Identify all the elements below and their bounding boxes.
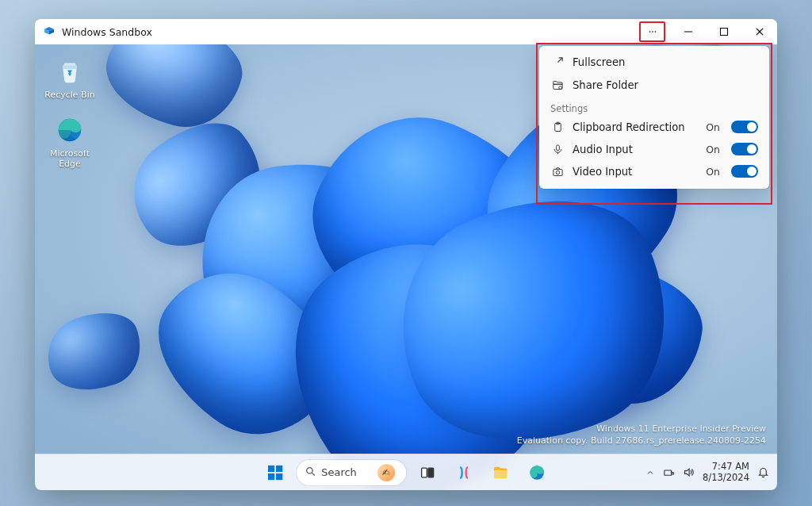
- toggle-switch[interactable]: [731, 121, 758, 133]
- watermark-line1: Windows 11 Enterprise Insider Preview: [517, 424, 766, 435]
- svg-rect-10: [64, 63, 76, 66]
- search-placeholder: Search: [321, 466, 357, 478]
- tray-date: 8/13/2024: [703, 473, 749, 483]
- setting-video-input[interactable]: Video Input On: [539, 160, 769, 182]
- menu-item-share-folder[interactable]: Share Folder: [539, 74, 769, 97]
- svg-point-9: [556, 171, 559, 174]
- menu-item-label: Share Folder: [573, 79, 638, 91]
- svg-rect-12: [268, 465, 274, 471]
- desktop-icon-recycle-bin[interactable]: Recycle Bin: [43, 56, 97, 100]
- window-title: Windows Sandbox: [62, 26, 152, 38]
- file-explorer-button[interactable]: [485, 458, 515, 488]
- svg-rect-7: [556, 144, 559, 150]
- microphone-icon: [550, 144, 565, 155]
- taskbar: Search ✍: [35, 454, 777, 490]
- desktop-icon-label: Recycle Bin: [44, 90, 94, 100]
- setting-label: Video Input: [573, 166, 698, 178]
- svg-point-4: [558, 86, 561, 90]
- svg-rect-20: [665, 470, 672, 475]
- edge-taskbar-button[interactable]: [522, 458, 552, 488]
- tray-chevron-icon[interactable]: [645, 468, 655, 477]
- tray-clock[interactable]: 7:47 AM 8/13/2024: [703, 462, 749, 482]
- watermark-line2: Evaluation copy. Build 27686.rs_prerelea…: [517, 435, 766, 447]
- svg-rect-18: [428, 468, 434, 477]
- minimize-button[interactable]: [670, 19, 706, 44]
- svg-rect-3: [720, 29, 727, 36]
- task-view-button[interactable]: [412, 458, 442, 488]
- maximize-button[interactable]: [706, 19, 741, 44]
- tray-notifications-icon[interactable]: [757, 466, 769, 478]
- share-folder-icon: [550, 79, 565, 91]
- recycle-bin-icon: [54, 56, 86, 87]
- toggle-switch[interactable]: [731, 143, 758, 155]
- svg-rect-14: [268, 473, 274, 479]
- titlebar: Windows Sandbox: [35, 19, 777, 44]
- menu-item-label: Fullscreen: [573, 56, 625, 68]
- svg-rect-13: [276, 465, 282, 471]
- setting-label: Audio Input: [573, 144, 698, 155]
- system-tray: 7:47 AM 8/13/2024: [645, 462, 769, 482]
- camera-icon: [550, 166, 565, 178]
- svg-rect-17: [421, 468, 427, 477]
- fullscreen-icon: [550, 56, 565, 68]
- desktop-icon-label: Microsoft Edge: [43, 148, 97, 169]
- taskbar-search[interactable]: Search ✍: [297, 460, 406, 485]
- toggle-switch[interactable]: [731, 165, 758, 178]
- setting-audio-input[interactable]: Audio Input On: [539, 138, 769, 160]
- taskbar-center: Search ✍: [260, 458, 552, 488]
- start-button[interactable]: [260, 458, 290, 488]
- search-icon: [304, 466, 316, 480]
- desktop-icons: Recycle Bin Microsoft Edge: [43, 56, 97, 169]
- clipboard-icon: [550, 121, 565, 133]
- svg-point-1: [652, 31, 653, 33]
- setting-state: On: [706, 121, 720, 133]
- svg-rect-8: [553, 169, 561, 175]
- sandbox-app-icon: [43, 25, 56, 38]
- copilot-button[interactable]: [449, 458, 479, 488]
- close-button[interactable]: [741, 19, 777, 44]
- edge-icon: [54, 114, 86, 146]
- setting-state: On: [706, 166, 720, 178]
- more-menu: Fullscreen Share Folder Settings Clipboa…: [539, 46, 769, 189]
- svg-point-2: [654, 31, 656, 33]
- setting-clipboard-redirection[interactable]: Clipboard Redirection On: [539, 116, 769, 138]
- svg-point-0: [649, 31, 650, 33]
- svg-rect-15: [276, 473, 282, 479]
- tray-time: 7:47 AM: [703, 462, 749, 472]
- setting-state: On: [706, 144, 720, 155]
- tray-network-icon[interactable]: [663, 466, 675, 478]
- setting-label: Clipboard Redirection: [573, 121, 698, 133]
- desktop-icon-edge[interactable]: Microsoft Edge: [43, 114, 97, 169]
- svg-point-16: [307, 467, 313, 473]
- more-button[interactable]: [634, 19, 670, 44]
- settings-header: Settings: [539, 97, 769, 116]
- menu-item-fullscreen[interactable]: Fullscreen: [539, 51, 769, 74]
- search-highlight-icon: ✍: [377, 464, 395, 481]
- watermark: Windows 11 Enterprise Insider Preview Ev…: [517, 424, 766, 447]
- tray-volume-icon[interactable]: [683, 466, 695, 478]
- sandbox-window: Windows Sandbox Fullscreen Sh: [35, 19, 777, 490]
